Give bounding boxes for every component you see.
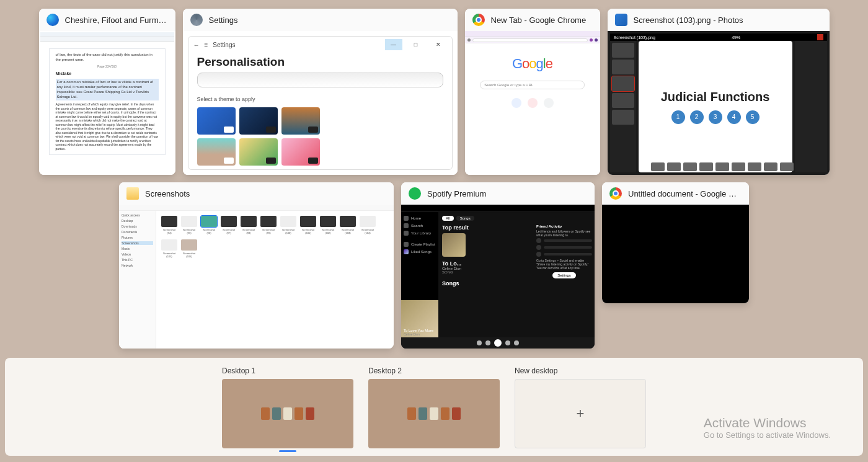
friend-activity: Friend Activity Let friends and follower… <box>536 224 592 278</box>
chrome-thumbnail: Google Search Google or type a URL <box>465 31 600 175</box>
maximize-icon: □ <box>407 39 425 50</box>
window-edge[interactable]: Cheshire, Fifoot and Furmsto... of law, … <box>39 9 175 175</box>
photos-filename: Screenshot (103).png <box>614 35 655 40</box>
settings-thumbnail: ← ≡ Settings — □ ✕ Personalisation Selec… <box>183 31 458 175</box>
watermark-title: Activate Windows <box>704 415 831 430</box>
search-input: Search Google or type a URL <box>480 81 584 89</box>
circle: 2 <box>690 110 704 124</box>
now-playing: To Love You More Celine Dion <box>404 329 433 336</box>
window-settings[interactable]: Settings ← ≡ Settings — □ ✕ Personalisat… <box>183 9 458 175</box>
pill-songs: Songs <box>456 216 474 221</box>
album-art <box>442 233 466 257</box>
window-header: Spotify Premium <box>401 182 595 205</box>
window-header: Untitled document - Google Do... <box>602 182 749 205</box>
circle: 3 <box>709 110 722 124</box>
minimize-icon: — <box>385 39 402 50</box>
settings-icon <box>190 14 203 26</box>
new-desktop-button[interactable]: + <box>515 379 646 448</box>
close-icon <box>817 34 823 40</box>
theme-tile <box>281 107 320 135</box>
circle: 4 <box>727 110 741 124</box>
edge-heading: Mistake <box>56 71 159 76</box>
desktop-label: New desktop <box>515 366 646 375</box>
slide-title: Judicial Functions <box>661 90 770 104</box>
prev-icon <box>485 340 490 345</box>
next-icon <box>505 340 510 345</box>
explorer-sidebar: Quick access Desktop Downloads Documents… <box>119 211 156 349</box>
window-title: Cheshire, Fifoot and Furmsto... <box>65 16 168 25</box>
desktop-1[interactable]: Desktop 1 <box>222 366 353 448</box>
explorer-thumbnail: Quick access Desktop Downloads Documents… <box>119 205 394 349</box>
theme-tile <box>239 107 278 135</box>
desktop-label: Desktop 2 <box>368 366 500 375</box>
circle: 5 <box>746 110 760 124</box>
desktop-label: Desktop 1 <box>222 366 353 375</box>
window-title: Untitled document - Google Do... <box>628 189 742 198</box>
spotify-icon <box>409 187 421 200</box>
window-explorer[interactable]: Screenshots Quick access Desktop Downloa… <box>119 182 394 349</box>
window-header: Settings <box>183 9 458 31</box>
edge-highlight: For a common mistake of fact or law to v… <box>56 79 159 100</box>
window-header: Cheshire, Fifoot and Furmsto... <box>39 9 175 31</box>
new-desktop[interactable]: New desktop + <box>515 366 646 448</box>
desktops-bar: Desktop 1 Desktop 2 New desktop <box>5 358 863 456</box>
theme-preview <box>197 73 443 87</box>
shuffle-icon <box>477 340 482 345</box>
task-view: Cheshire, Fifoot and Furmsto... of law, … <box>0 0 868 357</box>
settings-heading: Personalisation <box>197 55 443 69</box>
desktop-2[interactable]: Desktop 2 <box>368 366 500 448</box>
google-logo: Google <box>512 56 552 72</box>
menu-icon: ≡ <box>205 42 208 48</box>
window-title: New Tab - Google Chrome <box>491 16 587 25</box>
window-title: Settings <box>209 16 238 25</box>
zoom-level: 49% <box>732 35 740 40</box>
player-controls <box>401 337 595 349</box>
songs-heading: Songs <box>442 280 591 287</box>
edge-text: of law, the facts of the case did not ju… <box>56 53 159 63</box>
explorer-files: Screenshot (94) Screenshot (95) Screensh… <box>156 211 394 349</box>
edge-para: Agreements in respect of which equity ma… <box>56 102 159 151</box>
settings-button: Settings <box>552 272 576 278</box>
theme-grid <box>197 107 443 166</box>
window-title: Screenshots <box>145 189 190 198</box>
photos-icon <box>615 14 627 26</box>
theme-tile <box>281 138 320 166</box>
photos-thumbnail: Screenshot (103).png 49% Judicial Functi… <box>608 31 830 175</box>
theme-tile <box>239 138 278 166</box>
window-title: Spotify Premium <box>427 189 486 198</box>
window-title: Screenshot (103).png - Photos <box>634 16 743 25</box>
window-chrome[interactable]: New Tab - Google Chrome Google Search Go… <box>465 9 600 175</box>
window-docs[interactable]: Untitled document - Google Do... <box>602 182 749 303</box>
window-photos[interactable]: Screenshot (103).png - Photos Screenshot… <box>608 9 830 175</box>
plus-icon: + <box>577 406 585 422</box>
desktop-thumbnail[interactable] <box>222 379 353 448</box>
edge-page: Page 234/560 <box>56 64 159 69</box>
folder-icon <box>126 187 139 200</box>
docs-thumbnail <box>602 205 749 303</box>
settings-frame-title: Settings <box>213 42 235 48</box>
circle: 1 <box>671 110 685 124</box>
watermark-sub: Go to Settings to activate Windows. <box>704 430 831 440</box>
activate-watermark: Activate Windows Go to Settings to activ… <box>704 415 831 440</box>
edge-thumbnail: of law, the facts of the case did not ju… <box>39 31 175 175</box>
chrome-icon <box>472 14 485 26</box>
repeat-icon <box>514 340 519 345</box>
edge-icon <box>46 14 59 26</box>
window-spotify[interactable]: Spotify Premium Home Search Your Library… <box>401 182 595 349</box>
settings-subtitle: Select a theme to apply <box>197 96 443 102</box>
close-icon: ✕ <box>430 39 447 50</box>
window-header: New Tab - Google Chrome <box>465 9 600 31</box>
play-icon <box>494 339 502 347</box>
theme-tile <box>197 107 236 135</box>
window-header: Screenshot (103).png - Photos <box>608 9 830 31</box>
window-header: Screenshots <box>119 182 394 205</box>
back-icon: ← <box>193 42 200 48</box>
chrome-icon <box>609 187 622 200</box>
shortcuts <box>512 98 554 108</box>
desktop-thumbnail[interactable] <box>368 379 500 448</box>
theme-tile <box>197 138 236 166</box>
pill-all: All <box>442 216 454 221</box>
spotify-thumbnail: Home Search Your Library Create Playlist… <box>401 205 595 349</box>
